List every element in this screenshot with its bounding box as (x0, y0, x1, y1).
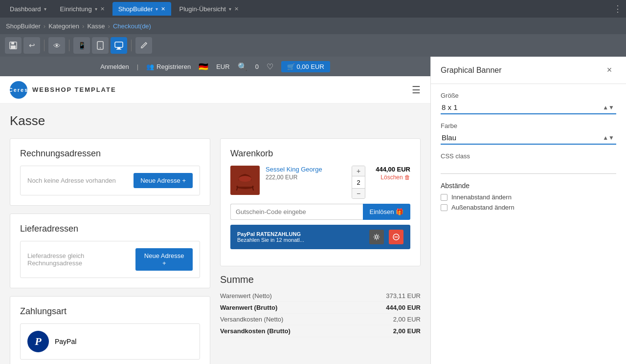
tablet-view-button[interactable] (92, 37, 109, 54)
farbe-select[interactable]: Blau Rot Grün Schwarz (441, 131, 616, 144)
right-panel: Graphical Banner × Größe 8 x 1 4 x 1 12 … (430, 57, 626, 364)
summe-row-4-value: 2,00 EUR (393, 327, 421, 335)
banner-settings-button[interactable] (369, 230, 384, 244)
register-link[interactable]: 👥 Registrieren (146, 63, 191, 70)
wishlist-count: 0 (255, 63, 259, 70)
cart-item-info: Sessel King George 222,00 EUR (266, 166, 346, 181)
innenabstand-checkbox[interactable] (441, 194, 447, 201)
qty-value[interactable]: 2 (352, 176, 365, 189)
innenabstand-checkbox-row[interactable]: Innenabstand ändern (441, 193, 616, 201)
cart-title: Warenkorb (230, 149, 410, 159)
gear-icon (373, 234, 380, 240)
coupon-input[interactable] (230, 204, 363, 220)
tab-plugin-uebersicht[interactable]: Plugin-Übersicht ▾ ✕ (173, 2, 244, 16)
new-shipping-address-button[interactable]: Neue Adresse + (135, 248, 193, 271)
aussenabstand-label: Außenabstand ändern (451, 204, 514, 211)
shop-header: Ceres WEBSHOP TEMPLATE ☰ (0, 76, 430, 104)
grosse-label: Größe (441, 92, 616, 99)
delete-item-link[interactable]: Löschen 🗑 (371, 174, 410, 181)
bc-kasse[interactable]: Kasse (87, 22, 105, 30)
panel-close-button[interactable]: × (603, 64, 616, 77)
summe-row-4: Versandkosten (Brutto) 2,00 EUR (220, 325, 421, 337)
toolbar-separator (44, 40, 45, 51)
bc-kategorien[interactable]: Kategorien (48, 22, 79, 30)
summe-row-3-value: 2,00 EUR (393, 316, 421, 323)
summe-row-3-label: Versandkosten (Netto) (220, 316, 283, 323)
paypal-banner-content: PayPal RATENZAHLUNG Bezahlen Sie in 12 m… (237, 231, 364, 243)
cart-item-total-price: 444,00 EUR (371, 166, 410, 173)
shipping-same-text: Lieferadresse gleich Rechnungsadresse (27, 252, 135, 267)
summe-row-1-label: Warenwert (Netto) (220, 292, 272, 300)
save-button[interactable] (5, 37, 22, 54)
qty-decrease-button[interactable]: − (352, 189, 365, 198)
undo-button[interactable]: ↩ (23, 37, 40, 54)
summe-row-3: Versandkosten (Netto) 2,00 EUR (220, 314, 421, 325)
summe-row-1-value: 373,11 EUR (386, 292, 421, 300)
payment-title: Zahlungsart (20, 306, 200, 317)
cart-item-total: 444,00 EUR Löschen 🗑 (371, 166, 410, 181)
mobile-view-button[interactable]: 📱 (73, 37, 90, 54)
bc-shopbuilder[interactable]: ShopBuilder (6, 22, 41, 30)
heart-icon[interactable]: ♡ (267, 62, 273, 71)
brand-name: WEBSHOP TEMPLATE (32, 86, 116, 93)
pen-button[interactable] (135, 37, 152, 54)
mobile-icon: 📱 (78, 42, 86, 49)
login-link[interactable]: Anmelden (100, 63, 129, 70)
breadcrumb: ShopBuilder › Kategorien › Kasse › Check… (0, 18, 626, 34)
payment-inner: P PayPal (20, 323, 200, 360)
logo-text: Ceres (9, 87, 29, 93)
cart-icon: 🛒 (287, 63, 295, 70)
new-billing-address-button[interactable]: Neue Adresse + (134, 173, 193, 188)
tab-dashboard-arrow: ▾ (44, 6, 46, 12)
tab-shopbuilder[interactable]: ShopBuilder ▾ ✕ (112, 2, 172, 16)
shop-preview: Anmelden | 👥 Registrieren 🇩🇪 EUR 🔍 0 ♡ 🛒… (0, 57, 430, 364)
bc-sep1: › (44, 22, 45, 30)
banner-delete-button[interactable] (389, 230, 403, 244)
summe-row-1: Warenwert (Netto) 373,11 EUR (220, 290, 421, 302)
qty-increase-button[interactable]: + (352, 166, 365, 176)
logo-circle: Ceres (10, 81, 27, 99)
register-icon: 👥 (146, 63, 154, 70)
summe-row-2: Warenwert (Brutto) 444,00 EUR (220, 302, 421, 314)
two-col-layout: Rechnungsadressen Noch keine Adresse vor… (10, 138, 421, 364)
farbe-select-wrapper: Blau Rot Grün Schwarz ▲▼ (441, 131, 616, 145)
page-body: Kasse Rechnungsadressen Noch keine Adres… (0, 104, 430, 364)
tab-einrichtung-close[interactable]: ✕ (100, 6, 105, 12)
currency-label: EUR (216, 63, 229, 70)
css-class-input[interactable] (441, 162, 616, 174)
coupon-btn-label: Einlösen 🎁 (370, 208, 403, 215)
tab-einrichtung[interactable]: Einrichtung ▾ ✕ (54, 2, 111, 16)
svg-point-10 (376, 236, 378, 238)
preview-button[interactable]: 👁 (48, 37, 65, 54)
cart-section: Warenkorb (220, 138, 421, 266)
chair-svg (233, 168, 257, 193)
aussenabstand-checkbox-row[interactable]: Außenabstand ändern (441, 204, 616, 211)
nav-more-dots[interactable]: ⋮ (613, 3, 622, 14)
tab-shopbuilder-close[interactable]: ✕ (161, 6, 165, 12)
top-nav: Dashboard ▾ Einrichtung ▾ ✕ ShopBuilder … (0, 0, 626, 18)
cart-button[interactable]: 🛒 0,00 EUR (281, 61, 330, 72)
grosse-select[interactable]: 8 x 1 4 x 1 12 x 1 (441, 101, 616, 113)
payment-section: Zahlungsart P PayPal (10, 296, 210, 364)
abstande-title: Abstände (441, 182, 616, 190)
close-icon: × (607, 65, 612, 75)
summe-row-2-value: 444,00 EUR (386, 304, 421, 311)
tab-dashboard[interactable]: Dashboard ▾ (4, 2, 52, 16)
farbe-label: Farbe (441, 122, 616, 129)
svg-rect-6 (117, 47, 120, 49)
coupon-submit-button[interactable]: Einlösen 🎁 (363, 204, 410, 220)
cart-item-name[interactable]: Sessel King George (266, 166, 346, 173)
bc-checkout[interactable]: Checkout(de) (113, 22, 151, 30)
toolbar-separator2 (69, 40, 69, 51)
summe-row-2-label: Warenwert (Brutto) (220, 304, 277, 311)
svg-point-9 (239, 176, 251, 182)
cart-total: 0,00 EUR (296, 63, 324, 70)
search-icon[interactable]: 🔍 (238, 62, 247, 71)
desktop-view-button[interactable] (111, 37, 127, 54)
tab-plugin-uebersicht-close[interactable]: ✕ (234, 6, 239, 12)
tab-shopbuilder-arrow: ▾ (156, 6, 158, 12)
aussenabstand-checkbox[interactable] (441, 204, 447, 211)
topbar-sep1: | (137, 63, 138, 70)
right-col: Warenkorb (220, 138, 421, 364)
hamburger-icon[interactable]: ☰ (412, 84, 421, 96)
